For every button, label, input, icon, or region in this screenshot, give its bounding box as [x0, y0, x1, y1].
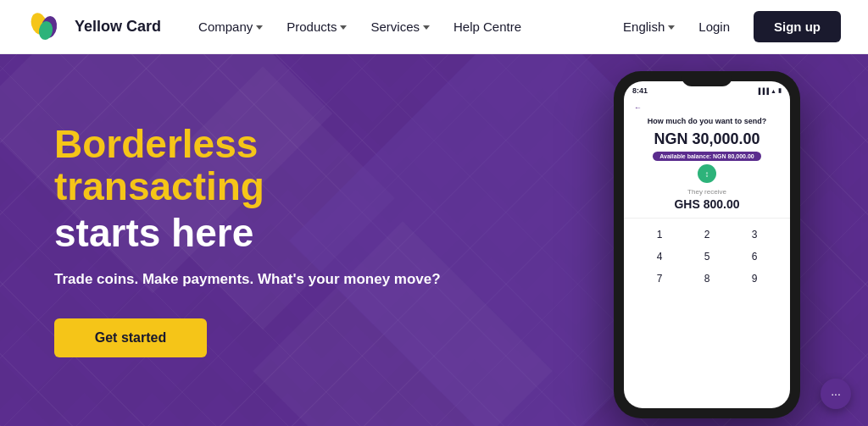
phone-status-icons: ▐▐▐ ▲ ▮	[756, 87, 782, 94]
navbar-right: English Login Sign up	[623, 11, 841, 42]
hero-title-colored: Borderless transacting	[54, 123, 466, 208]
language-selector[interactable]: English	[623, 19, 675, 34]
phone-receive-label: They receive	[634, 188, 780, 196]
navbar: Yellow Card Company Products Services He…	[0, 0, 868, 54]
phone-swap-icon	[698, 164, 716, 183]
products-chevron-icon	[340, 25, 347, 30]
phone-body: ← How much do you want to send? NGN 30,0…	[624, 97, 790, 408]
phone-key-5[interactable]: 5	[685, 247, 729, 266]
wifi-icon: ▲	[771, 88, 776, 94]
hero-title-white: starts here	[54, 212, 466, 255]
get-started-button[interactable]: Get started	[54, 318, 207, 357]
nav-services[interactable]: Services	[360, 13, 440, 41]
signal-icon: ▐▐▐	[756, 88, 769, 94]
hero-content: Borderless transacting starts here Trade…	[0, 54, 520, 426]
navbar-left: Yellow Card Company Products Services He…	[27, 12, 531, 42]
phone-key-8[interactable]: 8	[685, 269, 729, 288]
phone-outer: 8:41 ▐▐▐ ▲ ▮ ← How much do you want to s…	[614, 71, 800, 418]
phone-divider	[624, 218, 790, 219]
phone-balance-badge: Available balance: NGN 80,000.00	[653, 152, 760, 161]
hero-section: Borderless transacting starts here Trade…	[0, 54, 868, 426]
nav-products[interactable]: Products	[276, 13, 357, 41]
phone-key-1[interactable]: 1	[637, 225, 682, 244]
phone-key-3[interactable]: 3	[732, 225, 776, 244]
logo-icon	[27, 12, 68, 42]
phone-receive-amount: GHS 800.00	[634, 197, 780, 211]
phone-send-amount: NGN 30,000.00	[634, 130, 780, 148]
chat-bubble-button[interactable]: ···	[821, 379, 851, 409]
phone-keypad: 1 2 3 4 5 6 7 8 9	[634, 225, 780, 288]
phone-send-question: How much do you want to send?	[634, 117, 780, 125]
phone-back-arrow[interactable]: ←	[634, 103, 780, 112]
logo[interactable]: Yellow Card	[27, 12, 161, 42]
language-chevron-icon	[668, 25, 675, 30]
signup-button[interactable]: Sign up	[754, 11, 841, 42]
logo-text: Yellow Card	[75, 19, 161, 36]
logo-svg	[27, 12, 68, 42]
phone-key-6[interactable]: 6	[732, 247, 776, 266]
nav-company[interactable]: Company	[188, 13, 273, 41]
battery-icon: ▮	[778, 87, 782, 94]
chat-icon: ···	[831, 387, 841, 401]
nav-links: Company Products Services Help Centre	[188, 13, 531, 41]
hero-subtitle: Trade coins. Make payments. What's your …	[54, 271, 466, 288]
login-button[interactable]: Login	[688, 13, 740, 41]
nav-help-centre[interactable]: Help Centre	[443, 13, 531, 41]
phone-notch	[682, 71, 732, 86]
phone-time: 8:41	[632, 86, 648, 95]
phone-mockup: 8:41 ▐▐▐ ▲ ▮ ← How much do you want to s…	[614, 71, 817, 426]
company-chevron-icon	[256, 25, 263, 30]
phone-key-7[interactable]: 7	[637, 269, 682, 288]
phone-key-2[interactable]: 2	[685, 225, 729, 244]
phone-key-9[interactable]: 9	[732, 269, 776, 288]
phone-screen: 8:41 ▐▐▐ ▲ ▮ ← How much do you want to s…	[624, 81, 790, 408]
phone-key-4[interactable]: 4	[637, 247, 682, 266]
services-chevron-icon	[423, 25, 430, 30]
